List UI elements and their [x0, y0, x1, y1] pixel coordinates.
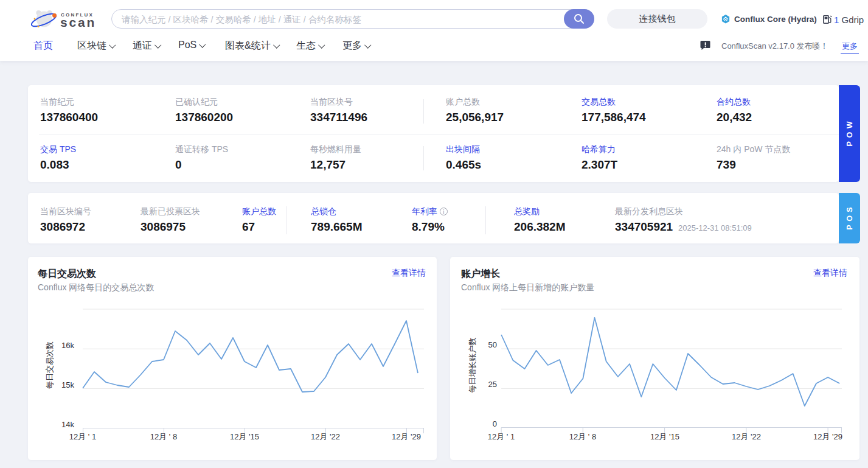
svg-text:15k: 15k — [61, 380, 74, 389]
svg-text:12月 '22: 12月 '22 — [311, 432, 340, 441]
svg-text:scan: scan — [60, 15, 96, 29]
svg-text:每日交易次数: 每日交易次数 — [45, 341, 54, 389]
svg-text:12月 '22: 12月 '22 — [732, 432, 761, 441]
svg-text:每日增长账户数: 每日增长账户数 — [468, 338, 477, 393]
svg-text:50: 50 — [488, 340, 497, 349]
svg-text:12月 ' 8: 12月 ' 8 — [569, 432, 596, 441]
svg-text:12月 '29: 12月 '29 — [813, 432, 842, 441]
svg-text:14k: 14k — [61, 420, 74, 429]
svg-text:12月 '29: 12月 '29 — [392, 432, 421, 441]
svg-text:12月 '15: 12月 '15 — [650, 432, 679, 441]
svg-text:0: 0 — [493, 419, 497, 428]
svg-text:25: 25 — [488, 380, 497, 389]
svg-text:12月 ' 8: 12月 ' 8 — [150, 432, 177, 441]
svg-text:12月 ' 1: 12月 ' 1 — [488, 432, 515, 441]
svg-text:12月 '15: 12月 '15 — [230, 432, 259, 441]
svg-text:12月 ' 1: 12月 ' 1 — [69, 432, 96, 441]
svg-text:16k: 16k — [61, 341, 74, 350]
